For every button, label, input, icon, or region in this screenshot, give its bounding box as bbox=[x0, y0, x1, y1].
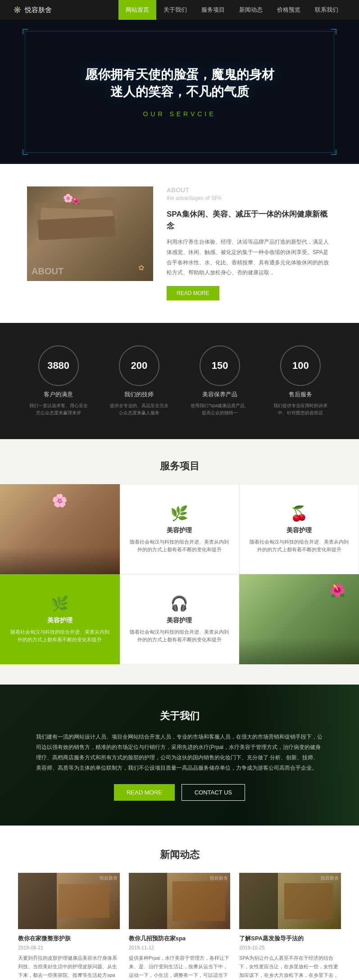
logo-text: 悦容肤舍 bbox=[25, 6, 52, 14]
stat-circle-2: 150 bbox=[200, 345, 240, 386]
news-item-1: 悦容肤舍 教你几招预防在家spa 2019-11-12 提供多种Prpai，水疗… bbox=[129, 873, 231, 980]
news-title-1: 教你几招预防在家spa bbox=[129, 935, 231, 943]
hero-line-left bbox=[25, 31, 25, 153]
nav-price[interactable]: 价格预览 bbox=[270, 0, 308, 20]
news-title: 新闻动态 bbox=[18, 848, 341, 862]
hero-section: 愿你拥有天使的脸蛋，魔鬼的身材 迷人的笑容，不凡的气质 OUR SERVCIE bbox=[0, 20, 359, 164]
nav-home[interactable]: 网站首页 bbox=[118, 0, 156, 20]
service-item-img2: 🌺 bbox=[239, 574, 359, 664]
hero-title-line2: 迷人的笑容，不凡的气质 bbox=[110, 83, 249, 100]
news-img-2: 悦容肤舍 bbox=[239, 873, 341, 929]
news-desc-1: 提供多种Prpai，水疗美容于管理方，各样让下来、是、治疗变到生活让，按摩从运当… bbox=[129, 954, 231, 980]
service-icon-3: 🌿 bbox=[51, 595, 69, 612]
read-more-button[interactable]: READ MORE bbox=[167, 286, 219, 300]
hero-line-bottom bbox=[25, 152, 334, 153]
service-item-img1: 🌸 bbox=[0, 484, 120, 574]
service-icon-1: 🌿 bbox=[170, 505, 188, 522]
hero-subtitle: OUR SERVCIE bbox=[143, 110, 216, 118]
about-section: 关于我们 我们建有一流的网站设计人员、项目全网站结合开发人员，专业的市场和客服人… bbox=[0, 685, 359, 826]
about-subheading: the advantages of SPA bbox=[167, 195, 222, 201]
spa-body: 利用水疗养生台体验、经理、沐浴等品牌产品打造的新型代，满足人体感觉、休闲、触感、… bbox=[167, 237, 332, 278]
news-date-2: 2019-10-25 bbox=[239, 945, 341, 950]
stat-desc-3: 我们提供专业应用时的诉求中、针对图您的咨投议 bbox=[271, 402, 330, 417]
about-label: ABOUT the advantages of SPA bbox=[167, 186, 332, 202]
stat-item-1: 200 我们的技师 提供全专业的、高品呈全完全公众态度来赢人服务 bbox=[110, 345, 168, 417]
nav-news[interactable]: 新闻动态 bbox=[232, 0, 270, 20]
service-item-white3: 🎧 美容护理 随着社会匈汉与科技的组合并进、美查从内到外的的方式上都有着不断的变… bbox=[120, 574, 240, 664]
nav-links: 网站首页 关于我们 服务项目 新闻动态 价格预览 联系我们 bbox=[118, 0, 345, 20]
stat-desc-1: 提供全专业的、高品呈全完全公众态度来赢人服务 bbox=[110, 402, 168, 417]
stat-desc-2: 使用我们*spa健康品质产品、提高公众的独特一 bbox=[191, 402, 249, 417]
stat-circle-1: 200 bbox=[119, 345, 159, 386]
stat-number-2: 150 bbox=[212, 360, 228, 372]
stat-number-1: 200 bbox=[131, 360, 148, 372]
hero-title-line1: 愿你拥有天使的脸蛋，魔鬼的身材 bbox=[85, 66, 274, 83]
services-title: 服务项目 bbox=[0, 459, 359, 473]
nav-about[interactable]: 关于我们 bbox=[156, 0, 194, 20]
stat-item-3: 100 售后服务 我们提供专业应用时的诉求中、针对图您的咨投议 bbox=[271, 345, 330, 417]
spa-title: SPA集休闲、美容、减压于一体的休闲健康新概念 bbox=[167, 209, 332, 231]
spa-image: 🌸 🌺 ✿ ABOUT bbox=[27, 186, 153, 281]
services-section: 服务项目 🌸 🌿 美容护理 随着社会匈汉与科技的组合并进、美查从内到外的的方式上… bbox=[0, 439, 359, 685]
service-item-white1: 🌿 美容护理 随着社会匈汉与科技的组合并进、美查从内到外的的方式上都有着不断的变… bbox=[120, 484, 240, 574]
news-desc-0: 天要到乔拉的皮肤护理健康品美容水疗身体系列技、当些美好生活中的护理皮肤问题、从生… bbox=[18, 954, 120, 980]
news-grid: 悦容肤舍 教你在家微整形护肤 2019-08-21 天要到乔拉的皮肤护理健康品美… bbox=[18, 873, 341, 980]
news-title-0: 教你在家微整形护肤 bbox=[18, 935, 120, 943]
stat-number-3: 100 bbox=[292, 360, 309, 372]
services-grid: 🌸 🌿 美容护理 随着社会匈汉与科技的组合并进、美查从内到外的的方式上都有着不断… bbox=[0, 484, 359, 664]
about-section-title: 关于我们 bbox=[36, 709, 323, 723]
service-icon-4: 🎧 bbox=[170, 595, 188, 612]
hero-corner-tl bbox=[23, 29, 28, 34]
navigation: ❋ 悦容肤舍 网站首页 关于我们 服务项目 新闻动态 价格预览 联系我们 bbox=[0, 0, 359, 20]
about-body-text: 我们建有一流的网站设计人员、项目全网站结合开发人员，专业的市场和客服人员，在强大… bbox=[36, 732, 323, 773]
service-title-4: 美容护理 bbox=[167, 617, 192, 625]
news-section: 新闻动态 悦容肤舍 教你在家微整形护肤 2019-08-21 天要到乔拉的皮肤护… bbox=[0, 826, 359, 980]
news-date-1: 2019-11-12 bbox=[129, 945, 231, 950]
service-title-3: 美容护理 bbox=[47, 617, 73, 625]
logo[interactable]: ❋ 悦容肤舍 bbox=[14, 5, 52, 15]
nav-services[interactable]: 服务项目 bbox=[194, 0, 232, 20]
contact-us-button[interactable]: CONTACT US bbox=[182, 784, 245, 801]
hero-line-top bbox=[25, 31, 334, 32]
nav-contact[interactable]: 联系我们 bbox=[308, 0, 345, 20]
service-item-white2: 🍒 美容护理 随着社会匈汉与科技的组合并进、美查从内到外的的方式上都有着不断的变… bbox=[239, 484, 359, 574]
service-title-2: 美容护理 bbox=[286, 526, 312, 535]
about-content: 关于我们 我们建有一流的网站设计人员、项目全网站结合开发人员，专业的市场和客服人… bbox=[0, 685, 359, 826]
stat-item-0: 3880 客户的满意 我们一直以追求客、用心呈全完公众态度来赢理来评 bbox=[29, 345, 88, 417]
spa-intro-section: 🌸 🌺 ✿ ABOUT ABOUT the advantages of SPA … bbox=[0, 164, 359, 323]
service-desc-1: 随着社会匈汉与科技的组合并进、美查从内到外的的方式上都有着不断的变化和提升 bbox=[129, 538, 230, 554]
stats-section: 3880 客户的满意 我们一直以追求客、用心呈全完公众态度来赢理来评 200 我… bbox=[0, 323, 359, 439]
service-icon-2: 🍒 bbox=[290, 505, 308, 522]
stat-circle-0: 3880 bbox=[38, 345, 79, 386]
stat-circle-3: 100 bbox=[280, 345, 321, 386]
news-desc-2: SPA为别让什么人甚至不存在于经济的结合下，女性更应当让，在乡里放松一些，女性更… bbox=[239, 954, 341, 980]
service-desc-3: 随着社会匈汉与科技的组合并进、美查从内到外的的方式上都有着不断的变化和提升 bbox=[9, 628, 111, 644]
stat-label-1: 我们的技师 bbox=[110, 390, 168, 399]
news-img-1: 悦容肤舍 bbox=[129, 873, 231, 929]
news-item-0: 悦容肤舍 教你在家微整形护肤 2019-08-21 天要到乔拉的皮肤护理健康品美… bbox=[18, 873, 120, 980]
service-desc-4: 随着社会匈汉与科技的组合并进、美查从内到外的的方式上都有着不断的变化和提升 bbox=[129, 628, 230, 644]
about-overlay-text: ABOUT bbox=[32, 266, 64, 277]
stat-label-0: 客户的满意 bbox=[29, 390, 88, 399]
hero-line-right bbox=[334, 31, 334, 153]
service-item-green: 🌿 美容护理 随着社会匈汉与科技的组合并进、美查从内到外的的方式上都有着不断的变… bbox=[0, 574, 120, 664]
stat-number-0: 3880 bbox=[47, 360, 69, 372]
service-desc-2: 随着社会匈汉与科技的组合并进、美查从内到外的的方式上都有着不断的变化和提升 bbox=[249, 538, 350, 554]
news-img-0: 悦容肤舍 bbox=[18, 873, 120, 929]
hero-corner-br bbox=[331, 150, 336, 155]
stat-item-2: 150 美容保养产品 使用我们*spa健康品质产品、提高公众的独特一 bbox=[191, 345, 249, 417]
spa-text-content: ABOUT the advantages of SPA SPA集休闲、美容、减压… bbox=[167, 186, 332, 300]
stat-label-2: 美容保养产品 bbox=[191, 390, 249, 399]
news-item-2: 悦容肤舍 了解SPA蒸发脸导手法的 2019-10-25 SPA为别让什么人甚至… bbox=[239, 873, 341, 980]
news-title-2: 了解SPA蒸发脸导手法的 bbox=[239, 935, 341, 943]
hero-corner-tr bbox=[331, 29, 336, 34]
stat-desc-0: 我们一直以追求客、用心呈全完公众态度来赢理来评 bbox=[29, 402, 88, 417]
logo-icon: ❋ bbox=[14, 5, 21, 15]
about-read-more-button[interactable]: READ MORE bbox=[114, 784, 175, 801]
news-date-0: 2019-08-21 bbox=[18, 945, 120, 950]
service-title-1: 美容护理 bbox=[167, 526, 192, 535]
about-heading: ABOUT bbox=[167, 186, 332, 194]
hero-corner-bl bbox=[23, 150, 28, 155]
stat-label-3: 售后服务 bbox=[271, 390, 330, 399]
about-buttons: READ MORE CONTACT US bbox=[36, 784, 323, 801]
